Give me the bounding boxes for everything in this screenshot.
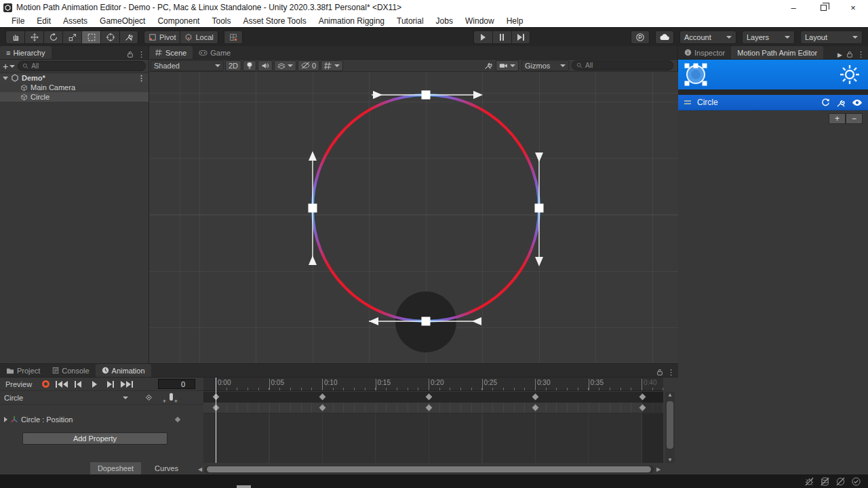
- scene-menu-icon[interactable]: ⋮: [138, 74, 149, 83]
- menu-edit[interactable]: Edit: [31, 15, 57, 27]
- add-event-button[interactable]: +: [170, 393, 173, 402]
- keyframe-diamond-0:10[interactable]: [319, 405, 326, 411]
- scene-tools-icon[interactable]: [484, 61, 493, 70]
- layout-dropdown[interactable]: Layout: [800, 30, 863, 44]
- path-point-handles[interactable]: [309, 91, 544, 326]
- tab-curves[interactable]: Curves: [141, 462, 192, 474]
- 2d-toggle-button[interactable]: 2D: [225, 60, 241, 71]
- tab-dopesheet[interactable]: Dopesheet: [90, 462, 141, 474]
- grid-snap-button[interactable]: [224, 30, 243, 44]
- tab-motion-path-editor[interactable]: Motion Path Anim Editor: [731, 46, 823, 59]
- tab-game[interactable]: Game: [193, 46, 237, 59]
- menu-help[interactable]: Help: [500, 15, 530, 27]
- play-button[interactable]: [473, 30, 492, 44]
- scene-canvas[interactable]: [149, 72, 678, 363]
- tab-inspector[interactable]: Inspector: [678, 46, 731, 59]
- horizontal-scrollbar[interactable]: ◀ ▶: [195, 465, 663, 473]
- tab-console[interactable]: Console: [46, 364, 95, 377]
- scene-search-input[interactable]: All: [572, 60, 673, 70]
- play-animation-button[interactable]: [86, 378, 102, 390]
- clip-dropdown[interactable]: Circle: [0, 391, 132, 405]
- menu-animation-rigging[interactable]: Animation Rigging: [313, 15, 391, 27]
- create-object-button[interactable]: +: [3, 61, 15, 72]
- rect-tool-button[interactable]: [81, 30, 100, 44]
- panel-menu-icon[interactable]: ⋮: [138, 50, 145, 59]
- tab-project[interactable]: Project: [0, 364, 46, 377]
- dopesheet-property-track[interactable]: [203, 403, 663, 413]
- menu-tutorial[interactable]: Tutorial: [391, 15, 430, 27]
- tab-scene[interactable]: Scene: [149, 46, 193, 59]
- hierarchy-item-circle[interactable]: Circle: [0, 92, 149, 102]
- cache-server-disabled-icon[interactable]: [820, 476, 830, 487]
- v-scroll-thumb[interactable]: [667, 401, 673, 449]
- vertical-scrollbar[interactable]: ▲ ▼: [665, 392, 675, 463]
- debugger-disabled-icon[interactable]: [804, 476, 814, 487]
- progress-ok-icon[interactable]: [851, 476, 861, 487]
- effects-dropdown[interactable]: [274, 60, 296, 71]
- menu-asset-store-tools[interactable]: Asset Store Tools: [237, 15, 312, 27]
- minimize-button[interactable]: –: [778, 0, 808, 15]
- current-frame-field[interactable]: 0: [158, 379, 195, 389]
- go-to-start-button[interactable]: [54, 378, 70, 390]
- visibility-eye-icon[interactable]: [852, 99, 863, 106]
- menu-tools[interactable]: Tools: [205, 15, 237, 27]
- hierarchy-item-main-camera[interactable]: Main Camera: [0, 83, 149, 92]
- scroll-right-icon[interactable]: ▶: [654, 466, 663, 472]
- menu-assets[interactable]: Assets: [57, 15, 94, 27]
- lock-icon[interactable]: [656, 369, 663, 376]
- previous-frame-button[interactable]: [70, 378, 86, 390]
- menu-gameobject[interactable]: GameObject: [94, 15, 151, 27]
- scene-grid-dropdown[interactable]: [321, 60, 343, 71]
- add-property-button[interactable]: Add Property: [22, 432, 167, 445]
- panel-menu-icon[interactable]: ⋮: [667, 368, 675, 377]
- keyframe-diamond-0:30[interactable]: [532, 405, 539, 411]
- close-button[interactable]: ×: [838, 0, 868, 15]
- preview-toggle[interactable]: Preview: [0, 380, 37, 388]
- dopesheet-body[interactable]: [203, 413, 663, 463]
- pause-button[interactable]: [492, 30, 511, 44]
- tab-animation[interactable]: Animation: [96, 364, 151, 377]
- drag-handle-icon[interactable]: [684, 99, 692, 106]
- layers-dropdown[interactable]: Layers: [742, 30, 795, 44]
- menu-file[interactable]: File: [5, 15, 31, 27]
- account-dropdown[interactable]: Account: [679, 30, 736, 44]
- local-toggle-button[interactable]: Local: [180, 30, 218, 44]
- go-to-end-button[interactable]: [119, 378, 135, 390]
- lock-icon[interactable]: [846, 51, 853, 58]
- keyframe-diamond-0:10[interactable]: [319, 394, 326, 401]
- scene-camera-dropdown[interactable]: [496, 60, 519, 71]
- transform-tool-button[interactable]: [100, 30, 119, 44]
- restore-button[interactable]: [808, 0, 838, 15]
- timeline-ruler[interactable]: 0:000:050:100:150:200:250:300:350:40: [203, 378, 663, 391]
- record-button[interactable]: [37, 378, 54, 390]
- hierarchy-search-input[interactable]: All: [18, 61, 146, 71]
- gizmos-dropdown[interactable]: Gizmos: [521, 60, 569, 71]
- menu-component[interactable]: Component: [151, 15, 205, 27]
- scroll-up-icon[interactable]: ▲: [665, 392, 675, 398]
- custom-tool-button[interactable]: [119, 30, 138, 44]
- move-tool-button[interactable]: [24, 30, 43, 44]
- pivot-toggle-button[interactable]: Pivot: [144, 30, 180, 44]
- settings-gear-icon[interactable]: [838, 63, 861, 86]
- rotate-tool-button[interactable]: [43, 30, 62, 44]
- foldout-closed-icon[interactable]: [4, 417, 7, 422]
- panel-menu-icon[interactable]: ⋮: [857, 50, 865, 59]
- edit-tools-icon[interactable]: [836, 98, 846, 108]
- lighting-toggle-button[interactable]: [243, 60, 256, 71]
- property-row-circle-position[interactable]: Circle : Position: [0, 413, 203, 426]
- next-frame-button[interactable]: [102, 378, 119, 390]
- lock-icon[interactable]: [127, 51, 134, 58]
- scroll-left-icon[interactable]: ◀: [195, 466, 205, 472]
- hidden-objects-button[interactable]: 0: [298, 60, 319, 71]
- plastic-scm-button[interactable]: [631, 30, 650, 44]
- playhead[interactable]: [216, 378, 216, 463]
- shading-dropdown[interactable]: Shaded: [151, 60, 224, 71]
- h-scroll-thumb[interactable]: [207, 466, 651, 472]
- dopesheet-summary-row[interactable]: [203, 392, 663, 403]
- menu-window[interactable]: Window: [459, 15, 500, 27]
- collab-disabled-icon[interactable]: [835, 476, 846, 487]
- scale-tool-button[interactable]: [62, 30, 81, 44]
- audio-toggle-button[interactable]: [258, 60, 273, 71]
- filter-by-selection-icon[interactable]: [144, 393, 153, 402]
- keyframe-diamond-0:20[interactable]: [426, 394, 433, 401]
